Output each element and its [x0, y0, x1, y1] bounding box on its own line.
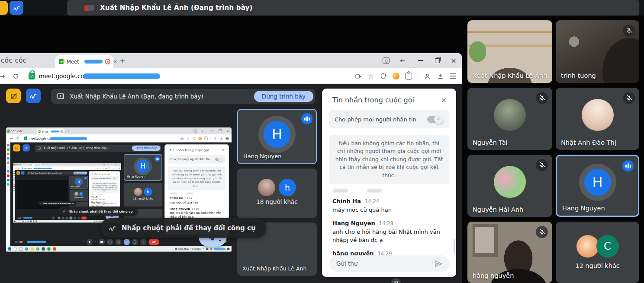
history-back-button[interactable]: ←: [201, 129, 206, 133]
browser-tab-meet[interactable]: Meet - ×: [28, 164, 41, 167]
screenshot-tray-icon[interactable]: [227, 248, 229, 250]
restore-button[interactable]: [115, 164, 117, 166]
tray-icon[interactable]: [210, 248, 212, 250]
task-view-icon[interactable]: [19, 220, 21, 222]
camtasia-icon[interactable]: [33, 220, 34, 222]
reactions-button[interactable]: [65, 216, 68, 219]
extensions-icon[interactable]: [405, 73, 412, 79]
contacts-icon[interactable]: [7, 170, 10, 173]
chat-input[interactable]: Gửi thư: [329, 255, 449, 272]
search-icon[interactable]: [17, 220, 18, 222]
start-button[interactable]: [8, 248, 11, 251]
minimize-button[interactable]: [111, 164, 113, 166]
mic-button[interactable]: [52, 216, 55, 219]
camera-permission-icon[interactable]: [97, 168, 98, 169]
allow-messages-toggle[interactable]: ✓: [113, 178, 117, 179]
close-window-button[interactable]: ×: [118, 164, 120, 166]
annotation-pen-button[interactable]: [26, 89, 41, 103]
tab-close-icon[interactable]: ×: [64, 130, 67, 133]
telegram-icon[interactable]: [13, 177, 15, 178]
new-tab-button[interactable]: +: [68, 129, 70, 133]
camera-options-icon[interactable]: ^: [95, 241, 97, 243]
tile-others[interactable]: h 18 người khác: [70, 190, 88, 201]
word-icon[interactable]: [30, 220, 32, 222]
facebook-icon[interactable]: [7, 179, 10, 181]
shield-icon[interactable]: [192, 137, 196, 140]
ai-assistant-icon[interactable]: [7, 148, 10, 151]
trends-icon[interactable]: [13, 179, 15, 181]
mic-button[interactable]: [87, 239, 93, 245]
add-app-icon[interactable]: +: [13, 181, 15, 183]
close-window-button[interactable]: ×: [225, 129, 230, 133]
weather-widget[interactable]: Cảm thấy nóng hơn: [175, 248, 201, 250]
download-icon[interactable]: [437, 73, 444, 80]
annotation-pointer-button[interactable]: [6, 89, 21, 103]
tab-close-icon[interactable]: ×: [41, 164, 42, 165]
chat-close-icon[interactable]: ×: [116, 173, 118, 175]
reload-icon[interactable]: [16, 137, 19, 140]
camera-options-icon[interactable]: ^: [56, 217, 57, 219]
word-icon[interactable]: [42, 248, 45, 251]
trends-icon[interactable]: [7, 162, 10, 164]
tile-others[interactable]: h 18 người khác: [237, 169, 317, 218]
mic-options-icon[interactable]: ^: [50, 217, 51, 219]
present-button[interactable]: [124, 239, 130, 245]
menu-icon[interactable]: [226, 137, 229, 140]
tile-hang-nguyen[interactable]: H Hang Nguyen: [70, 176, 88, 188]
allow-messages-toggle[interactable]: ✓: [215, 158, 222, 161]
whatsapp-icon[interactable]: [7, 183, 10, 186]
search-tabs-button[interactable]: [193, 129, 197, 133]
history-back-button[interactable]: ←: [398, 56, 407, 65]
camera-permission-icon[interactable]: [180, 137, 184, 140]
extensions-icon[interactable]: [204, 137, 208, 140]
tab-close-icon[interactable]: ×: [113, 59, 117, 65]
participant-tile[interactable]: trinh tuong: [556, 20, 639, 83]
forward-icon[interactable]: →: [0, 72, 5, 80]
end-call-button[interactable]: [81, 216, 87, 219]
send-icon[interactable]: [434, 259, 443, 268]
raise-hand-button[interactable]: [132, 239, 138, 245]
restore-button[interactable]: [218, 129, 222, 133]
tile-hang-nguyen[interactable]: H Hang Nguyen: [124, 154, 162, 181]
minimize-button[interactable]: [416, 56, 425, 65]
search-tabs-button[interactable]: [103, 164, 105, 166]
address-bar[interactable]: → ✓ meet.google.co ☆: [6, 134, 232, 142]
address-bar[interactable]: → ✓ meet.google.co ☆: [13, 166, 121, 170]
shield-icon[interactable]: [102, 168, 104, 169]
forward-icon[interactable]: →: [15, 167, 16, 169]
more-options-button[interactable]: [140, 239, 146, 245]
minimize-button[interactable]: [209, 129, 214, 133]
present-button[interactable]: [69, 216, 72, 219]
chat-close-icon[interactable]: ×: [441, 96, 447, 104]
restore-button[interactable]: [433, 56, 441, 65]
reload-icon[interactable]: [18, 168, 19, 169]
extensions-icon[interactable]: [108, 168, 110, 169]
coccoc-taskbar-icon[interactable]: [36, 248, 39, 251]
captions-button[interactable]: [61, 216, 64, 219]
powerpoint-icon[interactable]: [53, 248, 56, 251]
stop-presenting-button[interactable]: Dừng trình bày: [74, 172, 87, 174]
history-icon[interactable]: [7, 144, 10, 146]
file-explorer-icon[interactable]: [31, 248, 34, 251]
tray-icon[interactable]: [206, 248, 208, 250]
search-icon[interactable]: [14, 248, 17, 251]
download-icon[interactable]: [116, 168, 117, 169]
youtube-icon[interactable]: [7, 175, 10, 177]
menu-icon[interactable]: [450, 73, 456, 78]
secure-lock-icon[interactable]: ✓: [22, 168, 23, 169]
browser-tab-meet[interactable]: Meet - ×: [55, 55, 113, 68]
history-icon[interactable]: [13, 171, 15, 172]
bookmark-star-icon[interactable]: ☆: [100, 167, 101, 169]
coccoc-taskbar-icon[interactable]: [28, 220, 29, 222]
stop-presenting-button[interactable]: Dừng trình bày: [254, 91, 313, 102]
camera-button[interactable]: [58, 216, 61, 219]
chat-close-icon[interactable]: ×: [222, 148, 224, 152]
url-text[interactable]: meet.google.co: [39, 73, 84, 79]
close-window-button[interactable]: ×: [449, 56, 458, 65]
download-icon[interactable]: [219, 137, 223, 140]
secure-lock-icon[interactable]: ✓: [29, 73, 35, 79]
tile-others[interactable]: h 18 người khác: [124, 183, 162, 207]
profile-icon[interactable]: [213, 137, 217, 140]
captions-button[interactable]: [107, 239, 113, 245]
reload-icon[interactable]: [13, 73, 19, 79]
